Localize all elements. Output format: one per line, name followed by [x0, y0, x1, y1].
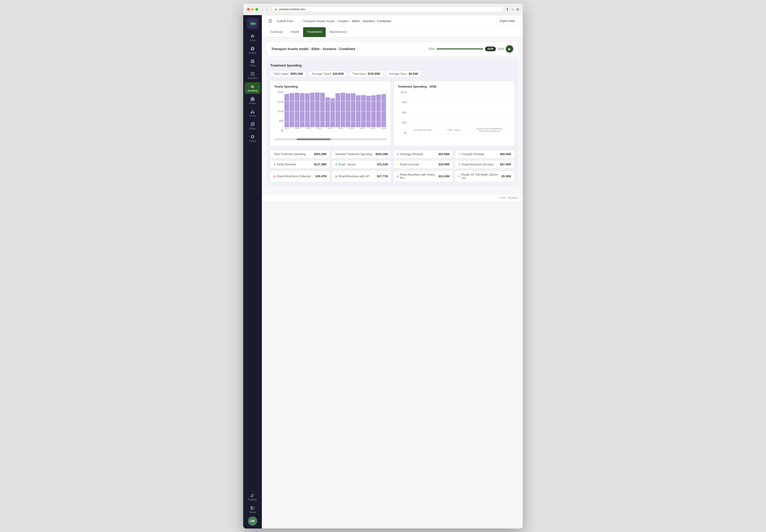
bar-2039[interactable]	[356, 95, 361, 127]
bar-2043[interactable]	[376, 95, 381, 127]
selected-spending-label: Selected Treatment Spending	[335, 153, 372, 156]
yearly-spending-chart: Yearly Spending $30M $23M $15M $8M	[270, 81, 391, 146]
drainage-dot	[397, 153, 399, 155]
bar-2033[interactable]	[325, 97, 330, 127]
breadcrumb-model[interactable]: Transport Assets model	[303, 19, 335, 23]
bar-2036[interactable]	[341, 93, 345, 127]
road-resurface-access-value: $87.45M	[500, 163, 511, 166]
bar-2028[interactable]	[300, 93, 304, 127]
bar-2041[interactable]	[366, 96, 371, 127]
bar-2040[interactable]	[361, 95, 366, 127]
bar-2032[interactable]	[320, 93, 325, 127]
export-data-button[interactable]: Export Data	[496, 18, 518, 24]
maximize-button[interactable]	[255, 8, 258, 11]
bar-2026[interactable]	[290, 93, 294, 127]
sidebar-label-insights: Insights	[249, 52, 256, 54]
breadcrumb-suffolk[interactable]: Suffolk Park	[277, 19, 293, 23]
kerbs-label: Kerbs Renewal	[274, 163, 296, 166]
minimize-button[interactable]	[251, 8, 254, 11]
sidebar-item-plans[interactable]: Plans	[245, 57, 260, 69]
x-label-2038: 2038	[349, 127, 354, 132]
back-button[interactable]: ‹	[261, 7, 264, 12]
footpath-value: $69.40M	[500, 153, 511, 156]
bar-2034[interactable]	[330, 98, 335, 127]
summary-road-heavy: Road-Resurface with Heavy Pa... $24.34M	[393, 171, 453, 182]
share-icon[interactable]: ⬆	[506, 7, 509, 11]
bar-2042[interactable]	[371, 95, 376, 127]
bar-2027[interactable]	[295, 93, 299, 127]
sidebar-item-modelling[interactable]: Modelling	[245, 82, 260, 94]
x2-label-drainage: Drainage Renewal	[413, 129, 432, 131]
treatment-2039-chart: Treatment Spending - 2039 $10M $8M $5M $…	[394, 81, 514, 146]
sidebar-item-tenant[interactable]: Tenant	[245, 504, 260, 515]
road-resurface-collector-value: $29.47M	[315, 175, 326, 178]
summary-total-spending: Total Treatment Spending $593.29M	[270, 150, 330, 158]
year-track[interactable]	[437, 48, 483, 49]
user-avatar[interactable]: SW	[248, 516, 257, 526]
x-label-2030: 2030	[306, 127, 311, 132]
tab-health[interactable]: Health	[287, 27, 303, 37]
road-concrete-label: Road-Concrete	[397, 163, 419, 166]
tab-summary[interactable]: Summary	[267, 27, 287, 37]
nexus-icon	[250, 109, 255, 114]
menu-button[interactable]: ☰	[267, 17, 274, 24]
chart-scrollbar[interactable]	[274, 138, 387, 140]
x-label-2042: 2042	[371, 127, 375, 132]
summary-drainage: Drainage Renewal $52.88M	[393, 150, 453, 158]
bar-2035[interactable]	[335, 93, 340, 127]
content-area: Summary Health Treatments Maintenance Tr…	[262, 27, 523, 529]
tab-treatments[interactable]: Treatments	[303, 27, 326, 37]
road-resurface-collector-dot	[274, 175, 276, 177]
y2-label-10m: $10M	[398, 91, 407, 94]
bar-2025[interactable]	[284, 94, 289, 127]
new-tab-icon[interactable]: +	[512, 7, 513, 11]
app-logo: mo	[247, 18, 258, 29]
kerbs-value: $137.38M	[314, 163, 326, 166]
close-button[interactable]	[247, 8, 250, 11]
library-icon	[250, 122, 255, 126]
summary-road-resurface-access: Road-Resurface (Access) $87.45M	[455, 160, 514, 169]
bar-2030[interactable]	[310, 93, 315, 127]
road-nexus-label: Road - Nexus	[335, 163, 356, 166]
sidebar-item-insights[interactable]: Insights	[245, 44, 260, 56]
sidebar-label-portfolio: Portfolio	[248, 498, 257, 501]
sidebar-item-assets[interactable]: Assets	[245, 95, 260, 106]
sidebar-item-library[interactable]: Library	[245, 120, 260, 132]
road-resurface-hp-dot	[335, 175, 337, 177]
x-label-2040: 2040	[360, 127, 365, 132]
tab-maintenance[interactable]: Maintenance	[326, 27, 350, 37]
y2-label-0: $0	[398, 132, 407, 134]
bar-2037[interactable]	[346, 93, 350, 127]
tabs-icon[interactable]: ⊞	[516, 7, 519, 11]
sidebar-item-config[interactable]: Config	[245, 133, 260, 144]
road-nexus-dot	[335, 164, 337, 165]
sidebar-label-tenant: Tenant	[249, 511, 256, 514]
drainage-label: Drainage Renewal	[397, 153, 423, 156]
stat-avg-opex: Average Opex $6.54M	[386, 71, 422, 77]
roads-ac-dot	[458, 175, 460, 177]
roads-ac-label: Roads-AC Full Depth 150mm (no...	[458, 173, 502, 180]
bar-2031[interactable]	[315, 92, 320, 127]
summary-selected-spending: Selected Treatment Spending $593.29M	[332, 150, 391, 158]
spending-stats: Total Capex $593.29M Average Capex $29.6…	[270, 71, 514, 77]
plans-icon	[250, 59, 255, 64]
year-range: 2024 2039 2044 ▶	[428, 45, 513, 53]
breadcrumb-ellipsis[interactable]: ...	[297, 19, 299, 23]
bar-2038[interactable]	[351, 93, 356, 127]
road-heavy-value: $24.34M	[438, 175, 449, 178]
sidebar-label-templates: Templates	[247, 77, 258, 79]
bar-2044[interactable]	[381, 94, 386, 127]
sidebar-item-portfolio[interactable]: Portfolio	[245, 491, 260, 503]
bar-2029[interactable]	[305, 93, 310, 127]
sidebar-item-home[interactable]: Home	[245, 32, 260, 44]
sidebar-item-nexus[interactable]: Nexus	[245, 107, 260, 119]
play-button[interactable]: ▶	[506, 45, 513, 53]
svg-rect-3	[251, 112, 253, 113]
breadcrumb-insights[interactable]: Insights	[338, 19, 349, 23]
forward-button[interactable]: ›	[266, 7, 269, 12]
tenant-icon	[250, 506, 255, 510]
x-label-2034: 2034	[328, 127, 332, 132]
road-resurface-hp-value: $27.77M	[377, 175, 388, 178]
total-spending-label: Total Treatment Spending	[274, 153, 306, 156]
sidebar-item-templates[interactable]: Templates	[245, 70, 260, 81]
